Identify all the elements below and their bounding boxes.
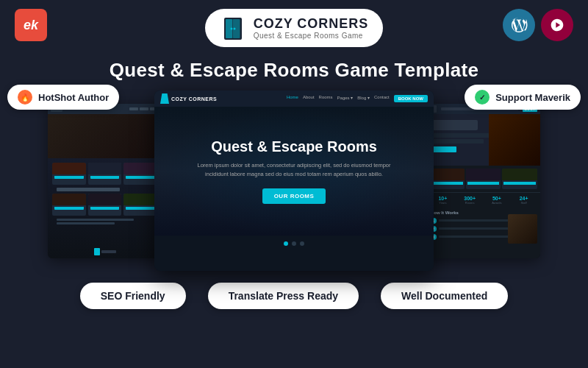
stat-awards: 50+ Awards bbox=[484, 196, 511, 205]
right-hero-img bbox=[489, 114, 540, 166]
center-brand-text: COZY CORNERS Quest & Escape Rooms Game bbox=[254, 16, 369, 40]
hero-cta-btn[interactable]: OUR ROOMS bbox=[262, 188, 326, 204]
stat-staff-num: 24+ bbox=[510, 196, 537, 201]
nav-blog: Blog ▾ bbox=[357, 95, 370, 102]
support-icon: ✓ bbox=[475, 90, 490, 105]
brand-sub: Quest & Escape Rooms Game bbox=[254, 32, 369, 40]
center-nav-logo: COZY CORNERS bbox=[160, 93, 217, 104]
bottom-badges: SEO Friendly Translate Press Ready Well … bbox=[0, 283, 588, 309]
nav-contact: Contact bbox=[374, 95, 390, 102]
hero-desc: Lorem ipsum dolor sit amet, consectetur … bbox=[191, 161, 397, 178]
hotshot-author-badge[interactable]: 🔥 HotShot Author bbox=[7, 85, 119, 110]
dot-3[interactable] bbox=[300, 241, 304, 246]
right-how-image bbox=[508, 214, 537, 244]
screenshot-center: COZY CORNERS Home About Rooms Pages ▾ Bl… bbox=[154, 91, 434, 271]
dot-1[interactable] bbox=[284, 241, 288, 246]
seo-friendly-badge: SEO Friendly bbox=[80, 283, 186, 309]
screenshot-left bbox=[48, 104, 162, 258]
platform-logos bbox=[503, 9, 573, 41]
stat-staff-label: Staff bbox=[510, 201, 537, 205]
nav-pages: Pages ▾ bbox=[337, 95, 354, 102]
nav-home: Home bbox=[287, 95, 298, 102]
ek-logo: ek bbox=[15, 9, 47, 41]
footer-logo-box bbox=[94, 248, 100, 255]
right-card-2 bbox=[466, 169, 501, 189]
right-card-1 bbox=[429, 169, 465, 189]
screenshots-container: COZY CORNERS Home About Rooms Pages ▾ Bl… bbox=[7, 91, 581, 271]
nav-about: About bbox=[303, 95, 315, 102]
stat-rooms-num: 300+ bbox=[456, 196, 484, 201]
left-nav-item bbox=[140, 107, 148, 110]
center-nav-logo-icon bbox=[160, 93, 169, 104]
support-label: Support Maverik bbox=[495, 92, 570, 103]
stat-awards-num: 50+ bbox=[484, 196, 511, 201]
main-content: 🔥 HotShot Author ✓ Support Maverik bbox=[0, 91, 588, 271]
left-footer-logo bbox=[94, 248, 116, 255]
right-cta-bar bbox=[431, 146, 456, 152]
nav-rooms: Rooms bbox=[319, 95, 333, 102]
stat-awards-label: Awards bbox=[484, 201, 511, 205]
center-nav-items: Home About Rooms Pages ▾ Blog ▾ Contact … bbox=[287, 95, 428, 102]
brand-name: COZY CORNERS bbox=[254, 16, 369, 32]
stat-staff: 24+ Staff bbox=[510, 196, 537, 205]
center-nav-logo-text: COZY CORNERS bbox=[171, 96, 217, 102]
left-cards bbox=[48, 158, 162, 230]
right-stats: 10+ Years 300+ Rooms 50+ Awards 24+ Staf… bbox=[426, 192, 540, 208]
center-hero: Quest & Escape Rooms Lorem ipsum dolor s… bbox=[154, 107, 434, 236]
elementor-icon bbox=[541, 9, 573, 41]
wordpress-icon bbox=[503, 9, 535, 41]
left-hero-img bbox=[48, 114, 162, 158]
stat-rooms-label: Rooms bbox=[456, 201, 484, 205]
carousel-dots bbox=[154, 236, 434, 252]
right-hero bbox=[426, 114, 540, 166]
right-hero-sub-2 bbox=[431, 139, 484, 144]
right-cards bbox=[426, 166, 540, 192]
stat-rooms: 300+ Rooms bbox=[456, 196, 484, 205]
svg-point-4 bbox=[230, 28, 232, 30]
ek-logo-text: ek bbox=[24, 18, 38, 33]
left-section-title bbox=[57, 188, 120, 191]
hotshot-label: HotShot Author bbox=[38, 92, 109, 103]
left-text-lines bbox=[52, 219, 157, 224]
left-hero bbox=[48, 114, 162, 158]
support-maverik-badge[interactable]: ✓ Support Maverik bbox=[465, 85, 581, 110]
hotshot-icon: 🔥 bbox=[18, 90, 32, 105]
center-nav: COZY CORNERS Home About Rooms Pages ▾ Bl… bbox=[154, 91, 434, 107]
center-brand-logo: COZY CORNERS Quest & Escape Rooms Game bbox=[205, 9, 384, 47]
right-hero-title-bar bbox=[431, 120, 478, 130]
page-title: Quest & Escape Rooms Game Template bbox=[0, 59, 588, 82]
right-card-3 bbox=[502, 169, 537, 189]
well-documented-badge: Well Documented bbox=[381, 283, 508, 309]
header: ek COZY CORNERS Quest & Escape Rooms Gam… bbox=[0, 0, 588, 56]
hero-title: Quest & Escape Rooms bbox=[211, 138, 377, 155]
door-icon bbox=[220, 15, 246, 41]
nav-book-btn[interactable]: BOOK NOW bbox=[394, 95, 428, 102]
left-nav-item bbox=[129, 107, 138, 110]
svg-point-5 bbox=[233, 28, 235, 30]
translate-press-badge: Translate Press Ready bbox=[208, 283, 359, 309]
dot-2[interactable] bbox=[292, 241, 296, 246]
screenshot-right: BOOK bbox=[426, 104, 540, 258]
